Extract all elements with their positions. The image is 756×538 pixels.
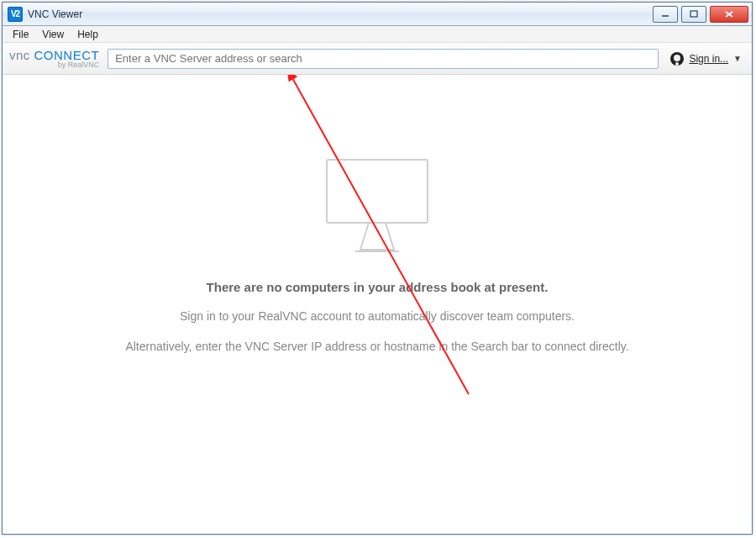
close-button[interactable] (710, 6, 748, 23)
app-window: V2 VNC Viewer File View Help vnc CONNECT… (2, 2, 753, 535)
empty-state-line1: Sign in to your RealVNC account to autom… (180, 309, 575, 323)
svg-rect-1 (690, 11, 697, 17)
menu-bar: File View Help (3, 26, 752, 43)
search-input[interactable] (108, 49, 659, 69)
toolbar: vnc CONNECT by RealVNC Sign in... ▼ (3, 43, 752, 75)
window-title: VNC Viewer (28, 8, 82, 20)
title-bar[interactable]: V2 VNC Viewer (3, 3, 752, 26)
annotation-arrow (3, 75, 753, 535)
user-icon (670, 52, 684, 66)
app-icon: V2 (8, 7, 23, 22)
empty-state-title: There are no computers in your address b… (207, 280, 549, 294)
brand-sub: by RealVNC (58, 61, 100, 69)
menu-view[interactable]: View (35, 27, 71, 42)
sign-in-button[interactable]: Sign in... ▼ (667, 52, 745, 66)
sign-in-label: Sign in... (689, 53, 728, 65)
svg-rect-4 (327, 160, 428, 223)
content-area: There are no computers in your address b… (3, 75, 752, 534)
minimize-button[interactable] (653, 6, 678, 23)
menu-help[interactable]: Help (71, 27, 105, 42)
empty-state-line2: Alternatively, enter the VNC Server IP a… (125, 340, 628, 353)
brand-logo: vnc CONNECT by RealVNC (9, 48, 99, 69)
maximize-button[interactable] (681, 6, 706, 23)
menu-file[interactable]: File (6, 27, 35, 42)
monitor-icon (318, 156, 436, 256)
chevron-down-icon: ▼ (733, 54, 742, 63)
